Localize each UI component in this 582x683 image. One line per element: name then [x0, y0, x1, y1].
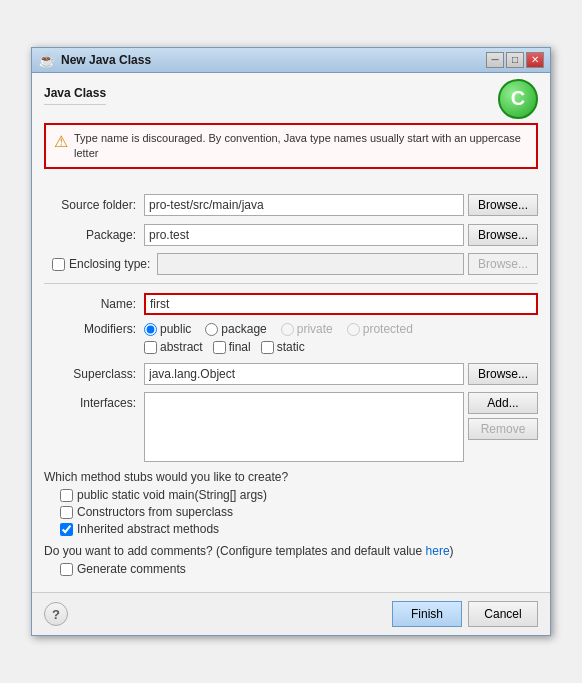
comments-check-row: Generate comments — [44, 562, 538, 576]
enclosing-type-checkbox[interactable] — [52, 258, 65, 271]
modifier-protected-label[interactable]: protected — [347, 322, 413, 336]
stubs-constructors-checkbox[interactable] — [60, 506, 73, 519]
comments-here-link[interactable]: here — [426, 544, 450, 558]
source-folder-input[interactable] — [144, 194, 464, 216]
warning-box: ⚠ Type name is discouraged. By conventio… — [44, 123, 538, 170]
warning-text: Type name is discouraged. By convention,… — [74, 131, 528, 162]
enclosing-type-row: Enclosing type: Browse... — [44, 253, 538, 275]
modifiers-label: Modifiers: — [44, 322, 144, 336]
modifier-final-label[interactable]: final — [213, 340, 251, 354]
modifier-package-label[interactable]: package — [205, 322, 266, 336]
new-java-class-dialog: ☕ New Java Class ─ □ ✕ Java Class C ⚠ Ty… — [31, 47, 551, 637]
interfaces-buttons: Add... Remove — [468, 392, 538, 440]
window-icon: ☕ — [38, 52, 55, 68]
stubs-main-label: public static void main(String[] args) — [77, 488, 267, 502]
modifier-public-label[interactable]: public — [144, 322, 191, 336]
source-folder-label: Source folder: — [44, 198, 144, 212]
package-browse-button[interactable]: Browse... — [468, 224, 538, 246]
stubs-title: Which method stubs would you like to cre… — [44, 470, 538, 484]
stubs-section: Which method stubs would you like to cre… — [44, 470, 538, 536]
modifier-package-radio[interactable] — [205, 323, 218, 336]
superclass-row: Superclass: Browse... — [44, 362, 538, 386]
cancel-button[interactable]: Cancel — [468, 601, 538, 627]
stubs-abstract-checkbox[interactable] — [60, 523, 73, 536]
source-folder-row: Source folder: Browse... — [44, 193, 538, 217]
comments-generate-checkbox[interactable] — [60, 563, 73, 576]
warning-container: ⚠ Type name is discouraged. By conventio… — [32, 123, 550, 186]
window-title: New Java Class — [61, 53, 151, 67]
stubs-main-checkbox[interactable] — [60, 489, 73, 502]
stubs-abstract-row: Inherited abstract methods — [60, 522, 538, 536]
enclosing-type-browse-button[interactable]: Browse... — [468, 253, 538, 275]
separator-1 — [44, 283, 538, 284]
name-label: Name: — [44, 297, 144, 311]
minimize-button[interactable]: ─ — [486, 52, 504, 68]
warning-icon: ⚠ — [54, 132, 68, 151]
modifier-protected-radio[interactable] — [347, 323, 360, 336]
modifiers-radio-group: public package private protected — [144, 322, 413, 336]
comments-section: Do you want to add comments? (Configure … — [44, 544, 538, 558]
interfaces-add-button[interactable]: Add... — [468, 392, 538, 414]
name-row: Name: — [44, 292, 538, 316]
modifier-static-checkbox[interactable] — [261, 341, 274, 354]
package-row: Package: Browse... — [44, 223, 538, 247]
modifier-static-label[interactable]: static — [261, 340, 305, 354]
title-buttons: ─ □ ✕ — [486, 52, 544, 68]
c-logo: C — [498, 79, 538, 119]
stubs-constructors-row: Constructors from superclass — [60, 505, 538, 519]
comments-question-prefix: Do you want to add comments? (Configure … — [44, 544, 426, 558]
interfaces-textarea[interactable] — [144, 392, 464, 462]
title-bar: ☕ New Java Class ─ □ ✕ — [32, 48, 550, 73]
dialog-body: Source folder: Browse... Package: Browse… — [32, 185, 550, 592]
superclass-input[interactable] — [144, 363, 464, 385]
modifier-abstract-label[interactable]: abstract — [144, 340, 203, 354]
package-input[interactable] — [144, 224, 464, 246]
section-header: Java Class — [44, 86, 106, 105]
stubs-abstract-label: Inherited abstract methods — [77, 522, 219, 536]
superclass-label: Superclass: — [44, 367, 144, 381]
stubs-constructors-label: Constructors from superclass — [77, 505, 233, 519]
source-folder-browse-button[interactable]: Browse... — [468, 194, 538, 216]
modifier-final-checkbox[interactable] — [213, 341, 226, 354]
modifier-public-radio[interactable] — [144, 323, 157, 336]
superclass-browse-button[interactable]: Browse... — [468, 363, 538, 385]
modifiers-row2: abstract final static — [44, 340, 538, 354]
bottom-buttons: Finish Cancel — [392, 601, 538, 627]
modifiers-row: Modifiers: public package private protec… — [44, 322, 538, 336]
stubs-checks: public static void main(String[] args) C… — [44, 488, 538, 536]
header-area: Java Class C — [32, 73, 550, 123]
maximize-button[interactable]: □ — [506, 52, 524, 68]
modifier-private-radio[interactable] — [281, 323, 294, 336]
enclosing-type-label: Enclosing type: — [69, 257, 157, 271]
interfaces-row: Interfaces: Add... Remove — [44, 392, 538, 462]
finish-button[interactable]: Finish — [392, 601, 462, 627]
modifier-private-label[interactable]: private — [281, 322, 333, 336]
modifier-abstract-checkbox[interactable] — [144, 341, 157, 354]
bottom-bar: ? Finish Cancel — [32, 592, 550, 635]
enclosing-type-input[interactable] — [157, 253, 464, 275]
stubs-main-row: public static void main(String[] args) — [60, 488, 538, 502]
interfaces-label: Interfaces: — [44, 392, 144, 410]
title-bar-left: ☕ New Java Class — [38, 52, 151, 68]
close-button[interactable]: ✕ — [526, 52, 544, 68]
comments-generate-label: Generate comments — [77, 562, 186, 576]
help-button[interactable]: ? — [44, 602, 68, 626]
name-input[interactable] — [144, 293, 538, 315]
interfaces-remove-button[interactable]: Remove — [468, 418, 538, 440]
comments-question-suffix: ) — [450, 544, 454, 558]
package-label: Package: — [44, 228, 144, 242]
